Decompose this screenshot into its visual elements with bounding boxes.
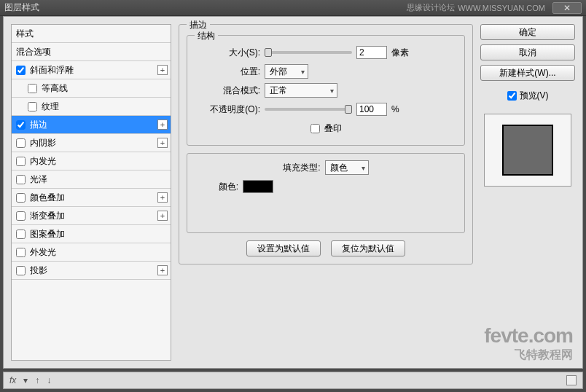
- style-item-7[interactable]: 颜色叠加+: [12, 189, 171, 207]
- style-checkbox[interactable]: [16, 157, 26, 166]
- color-label: 颜色:: [195, 181, 238, 193]
- close-button[interactable]: ✕: [552, 2, 582, 14]
- style-checkbox[interactable]: [16, 138, 26, 148]
- blend-label: 混合模式:: [195, 85, 260, 97]
- styles-header[interactable]: 样式: [12, 25, 171, 43]
- new-style-button[interactable]: 新建样式(W)...: [480, 65, 575, 81]
- structure-title: 结构: [195, 30, 218, 42]
- style-label: 渐变叠加: [30, 210, 65, 222]
- up-arrow-icon[interactable]: ↑: [35, 375, 39, 385]
- styles-list: 样式 混合选项 斜面和浮雕+等高线纹理描边+内阴影+内发光光泽颜色叠加+渐变叠加…: [11, 24, 171, 361]
- style-item-10[interactable]: 外发光: [12, 243, 171, 262]
- slider-thumb[interactable]: [265, 48, 272, 57]
- style-item-9[interactable]: 图案叠加: [12, 225, 171, 243]
- slider-thumb[interactable]: [345, 105, 352, 114]
- titlebar: 图层样式 思缘设计论坛 WWW.MISSYUAN.COM ✕: [0, 0, 586, 16]
- style-label: 光泽: [30, 173, 47, 186]
- opacity-slider[interactable]: [265, 108, 352, 111]
- main-panel: 描边 结构 大小(S): 像素 位置: 外部 混合模式: 正常: [179, 24, 473, 361]
- style-checkbox[interactable]: [16, 66, 26, 75]
- preview-box: [484, 114, 571, 187]
- style-label: 图案叠加: [30, 228, 65, 240]
- style-checkbox[interactable]: [16, 175, 26, 184]
- overprint-label: 叠印: [324, 122, 342, 135]
- style-checkbox[interactable]: [16, 266, 26, 275]
- expand-icon[interactable]: +: [157, 192, 168, 203]
- style-item-8[interactable]: 渐变叠加+: [12, 207, 171, 225]
- style-checkbox[interactable]: [16, 230, 26, 239]
- filltype-label: 填充类型:: [283, 162, 320, 174]
- style-label: 内发光: [30, 155, 56, 168]
- fx-menu-icon[interactable]: ▾: [23, 375, 28, 385]
- url-text: WWW.MISSYUAN.COM: [458, 4, 545, 12]
- size-label: 大小(S):: [195, 47, 260, 59]
- overprint-checkbox[interactable]: [310, 124, 320, 133]
- footer: fx ▾ ↑ ↓: [3, 372, 583, 389]
- expand-icon[interactable]: +: [157, 119, 168, 130]
- style-label: 描边: [30, 119, 47, 131]
- opacity-input[interactable]: [356, 103, 387, 116]
- color-swatch[interactable]: [243, 180, 273, 193]
- style-item-3[interactable]: 描边+: [12, 116, 171, 134]
- style-item-2[interactable]: 纹理: [12, 98, 171, 116]
- reset-default-button[interactable]: 复位为默认值: [331, 240, 405, 256]
- style-item-4[interactable]: 内阴影+: [12, 134, 171, 152]
- style-checkbox[interactable]: [28, 102, 37, 111]
- cancel-button[interactable]: 取消: [480, 44, 575, 60]
- size-input[interactable]: [356, 46, 387, 59]
- opacity-label: 不透明度(O):: [195, 103, 260, 116]
- style-label: 投影: [30, 264, 47, 277]
- expand-icon[interactable]: +: [157, 65, 168, 75]
- fill-group: 填充类型: 颜色 颜色:: [187, 153, 465, 233]
- style-item-6[interactable]: 光泽: [12, 170, 171, 189]
- size-slider[interactable]: [265, 51, 352, 54]
- set-default-button[interactable]: 设置为默认值: [246, 240, 321, 256]
- position-label: 位置:: [195, 66, 260, 78]
- trash-icon[interactable]: [566, 375, 577, 385]
- filltype-dropdown[interactable]: 颜色: [325, 160, 369, 175]
- preview-label: 预览(V): [520, 90, 549, 102]
- down-arrow-icon[interactable]: ↓: [47, 375, 51, 385]
- style-item-1[interactable]: 等高线: [12, 79, 171, 98]
- style-checkbox[interactable]: [16, 211, 26, 221]
- style-item-11[interactable]: 投影+: [12, 262, 171, 280]
- position-dropdown[interactable]: 外部: [265, 64, 308, 79]
- style-checkbox[interactable]: [16, 193, 26, 203]
- dialog-body: 样式 混合选项 斜面和浮雕+等高线纹理描边+内阴影+内发光光泽颜色叠加+渐变叠加…: [3, 16, 583, 369]
- style-item-0[interactable]: 斜面和浮雕+: [12, 61, 171, 79]
- window-title: 图层样式: [4, 1, 407, 14]
- stroke-group: 描边 结构 大小(S): 像素 位置: 外部 混合模式: 正常: [179, 24, 473, 264]
- expand-icon[interactable]: +: [157, 265, 168, 275]
- style-label: 等高线: [42, 82, 68, 95]
- opacity-unit: %: [391, 104, 399, 114]
- forum-text: 思缘设计论坛: [407, 2, 455, 13]
- style-checkbox[interactable]: [16, 120, 26, 130]
- preview-checkbox[interactable]: [507, 91, 517, 101]
- style-checkbox[interactable]: [16, 248, 26, 257]
- style-item-5[interactable]: 内发光: [12, 152, 171, 170]
- expand-icon[interactable]: +: [157, 211, 168, 221]
- structure-group: 结构 大小(S): 像素 位置: 外部 混合模式: 正常 不透明度(O):: [187, 35, 465, 146]
- style-label: 斜面和浮雕: [30, 64, 74, 77]
- style-label: 外发光: [30, 246, 56, 259]
- ok-button[interactable]: 确定: [480, 24, 575, 40]
- style-label: 内阴影: [30, 137, 56, 149]
- right-panel: 确定 取消 新建样式(W)... 预览(V): [480, 24, 575, 361]
- fx-label[interactable]: fx: [9, 375, 16, 385]
- preview-swatch: [502, 125, 553, 176]
- style-checkbox[interactable]: [28, 84, 37, 93]
- blend-dropdown[interactable]: 正常: [265, 83, 337, 98]
- size-unit: 像素: [391, 47, 409, 59]
- style-label: 纹理: [42, 101, 59, 113]
- blending-options[interactable]: 混合选项: [12, 43, 171, 61]
- expand-icon[interactable]: +: [157, 138, 168, 148]
- style-label: 颜色叠加: [30, 192, 65, 204]
